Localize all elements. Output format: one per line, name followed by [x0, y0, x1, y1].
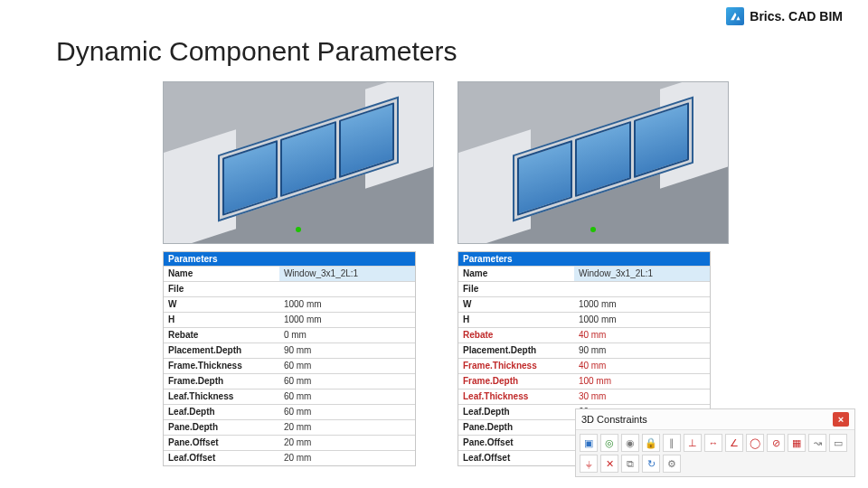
- comparison-panel: ParametersNameWindow_3x1_2L:1FileW1000 m…: [163, 81, 434, 466]
- param-row[interactable]: Frame.Thickness40 mm: [458, 358, 710, 373]
- param-key: Leaf.Offset: [164, 451, 279, 465]
- param-key: Pane.Offset: [164, 436, 279, 450]
- param-row[interactable]: Rebate0 mm: [164, 327, 415, 343]
- param-row[interactable]: Pane.Offset20 mm: [164, 435, 415, 450]
- param-value[interactable]: 90 mm: [574, 343, 710, 358]
- param-row[interactable]: Pane.Depth20 mm: [164, 419, 415, 435]
- param-key: Leaf.Thickness: [458, 389, 574, 404]
- param-value[interactable]: 1000 mm: [279, 297, 415, 312]
- param-key: Frame.Depth: [164, 374, 279, 389]
- param-key: Leaf.Offset: [458, 451, 574, 465]
- param-row[interactable]: Placement.Depth90 mm: [164, 343, 415, 358]
- brand-logo-icon: [726, 7, 744, 25]
- refresh-icon[interactable]: ↻: [642, 455, 660, 473]
- copy-constraint-icon[interactable]: ⧉: [621, 455, 639, 473]
- toolbar-title: 3D Constraints: [581, 414, 647, 425]
- param-key: Leaf.Depth: [458, 405, 574, 419]
- planar-icon[interactable]: ▭: [829, 434, 847, 452]
- param-key: File: [458, 282, 574, 296]
- param-value[interactable]: 60 mm: [279, 389, 415, 404]
- perpendicular-icon[interactable]: ⊥: [684, 434, 702, 452]
- brand-badge: Brics. CAD BIM: [726, 7, 843, 25]
- param-value[interactable]: 0 mm: [279, 328, 415, 343]
- param-row[interactable]: H1000 mm: [164, 312, 415, 327]
- param-row[interactable]: Frame.Depth100 mm: [458, 373, 710, 389]
- param-value[interactable]: 20 mm: [279, 436, 415, 450]
- param-value[interactable]: 60 mm: [279, 374, 415, 389]
- param-row[interactable]: File: [164, 281, 415, 296]
- param-row[interactable]: Leaf.Thickness30 mm: [458, 389, 710, 404]
- param-key: Pane.Depth: [458, 420, 574, 435]
- param-row[interactable]: Frame.Thickness60 mm: [164, 358, 415, 373]
- param-value[interactable]: 20 mm: [279, 451, 415, 465]
- param-row[interactable]: Frame.Depth60 mm: [164, 373, 415, 389]
- delete-constraint-icon[interactable]: ✕: [600, 455, 618, 473]
- param-row[interactable]: H1000 mm: [458, 312, 710, 327]
- toolbar-3d-constraints: 3D Constraints × ▣◎◉🔒∥⊥↔∠◯⊘▦↝▭⏚✕⧉↻⚙: [575, 408, 855, 477]
- parallel-icon[interactable]: ∥: [663, 434, 681, 452]
- concentric-icon[interactable]: ◉: [621, 434, 639, 452]
- close-icon[interactable]: ×: [833, 412, 849, 427]
- origin-marker-icon: [590, 227, 596, 232]
- model-viewport[interactable]: [458, 81, 729, 244]
- param-row[interactable]: Rebate40 mm: [458, 327, 710, 343]
- param-key: H: [164, 313, 279, 327]
- param-value[interactable]: 1000 mm: [279, 313, 415, 327]
- param-row[interactable]: File: [458, 281, 710, 296]
- param-row[interactable]: NameWindow_3x1_2L:1: [164, 266, 415, 281]
- ground-icon[interactable]: ⏚: [580, 455, 598, 473]
- param-key: Leaf.Depth: [164, 405, 279, 419]
- param-value[interactable]: 40 mm: [574, 359, 710, 373]
- param-key: W: [458, 297, 574, 312]
- param-value[interactable]: 60 mm: [279, 359, 415, 373]
- param-value[interactable]: 1000 mm: [574, 313, 710, 327]
- param-key: H: [458, 313, 574, 327]
- param-row[interactable]: NameWindow_3x1_2L:1: [458, 266, 710, 281]
- param-key: Frame.Thickness: [458, 359, 574, 373]
- param-value[interactable]: [574, 282, 710, 296]
- param-row[interactable]: Placement.Depth90 mm: [458, 343, 710, 358]
- param-key: Frame.Depth: [458, 374, 574, 389]
- tangent-icon[interactable]: ⊘: [767, 434, 785, 452]
- param-key: Leaf.Thickness: [164, 389, 279, 404]
- parameters-header: Parameters: [458, 252, 710, 266]
- model-viewport[interactable]: [163, 81, 434, 244]
- rigidset-icon[interactable]: ▦: [788, 434, 806, 452]
- param-key: Pane.Offset: [458, 436, 574, 450]
- radius-icon[interactable]: ◯: [746, 434, 764, 452]
- angle-icon[interactable]: ∠: [725, 434, 743, 452]
- param-value[interactable]: Window_3x1_2L:1: [279, 267, 415, 281]
- param-key: Frame.Thickness: [164, 359, 279, 373]
- param-value[interactable]: 40 mm: [574, 328, 710, 343]
- param-key: Rebate: [164, 328, 279, 343]
- parameters-table: ParametersNameWindow_3x1_2L:1FileW1000 m…: [163, 251, 416, 466]
- param-key: Placement.Depth: [458, 343, 574, 358]
- param-row[interactable]: W1000 mm: [458, 296, 710, 312]
- settings-icon[interactable]: ⚙: [663, 455, 681, 473]
- path-icon[interactable]: ↝: [808, 434, 826, 452]
- origin-marker-icon: [296, 227, 301, 232]
- param-value[interactable]: 1000 mm: [574, 297, 710, 312]
- page-title: Dynamic Component Parameters: [56, 36, 458, 67]
- brand-label: Brics. CAD BIM: [750, 9, 843, 23]
- param-row[interactable]: Leaf.Offset20 mm: [164, 450, 415, 465]
- param-key: Name: [164, 267, 279, 281]
- param-row[interactable]: Leaf.Thickness60 mm: [164, 389, 415, 404]
- param-value[interactable]: [279, 282, 415, 296]
- param-key: Rebate: [458, 328, 574, 343]
- param-row[interactable]: Leaf.Depth60 mm: [164, 404, 415, 419]
- param-value[interactable]: Window_3x1_2L:1: [574, 267, 710, 281]
- param-row[interactable]: W1000 mm: [164, 296, 415, 312]
- lock-icon[interactable]: 🔒: [642, 434, 660, 452]
- param-key: Placement.Depth: [164, 343, 279, 358]
- param-value[interactable]: 60 mm: [279, 405, 415, 419]
- fix-icon[interactable]: ▣: [580, 434, 598, 452]
- param-value[interactable]: 20 mm: [279, 420, 415, 435]
- distance-icon[interactable]: ↔: [704, 434, 722, 452]
- parameters-header: Parameters: [164, 252, 415, 266]
- param-key: Name: [458, 267, 574, 281]
- param-value[interactable]: 100 mm: [574, 374, 710, 389]
- coincident-icon[interactable]: ◎: [600, 434, 618, 452]
- param-value[interactable]: 30 mm: [574, 389, 710, 404]
- param-value[interactable]: 90 mm: [279, 343, 415, 358]
